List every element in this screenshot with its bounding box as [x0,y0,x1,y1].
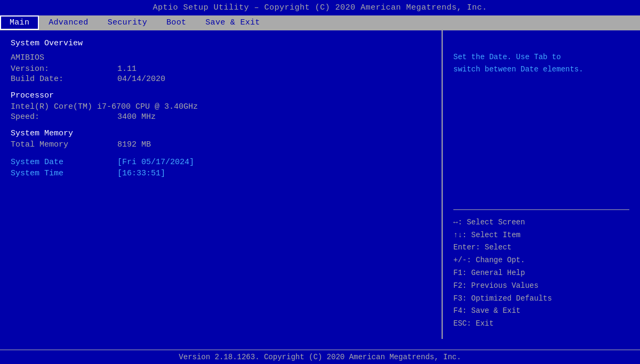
speed-label: Speed: [11,112,117,122]
bios-group: AMIBIOS Version: 1.11 Build Date: 04/14/… [11,53,431,84]
help-f2: F2: Previous Values [453,280,629,293]
bios-header: AMIBIOS [11,53,431,62]
version-row: Version: 1.11 [11,64,431,74]
help-esc: ESC: Exit [453,318,629,330]
nav-item-boot[interactable]: Boot [157,15,196,30]
nav-item-save-exit[interactable]: Save & Exit [196,15,269,30]
help-f3: F3: Optimized Defaults [453,293,629,305]
build-date-value: 04/14/2020 [117,75,165,84]
system-date-label: System Date [11,158,117,167]
memory-header: System Memory [11,129,431,138]
help-change-opt: +/-: Change Opt. [453,254,629,267]
help-select-item: ↑↓: Select Item [453,229,629,242]
title-bar: Aptio Setup Utility – Copyright (C) 2020… [0,0,640,15]
build-date-label: Build Date: [11,75,117,84]
build-date-row: Build Date: 04/14/2020 [11,75,431,84]
processor-name: Intel(R) Core(TM) i7-6700 CPU @ 3.40GHz [11,102,431,111]
nav-bar: Main Advanced Security Boot Save & Exit [0,15,640,30]
system-time-label: System Time [11,169,117,178]
help-f4: F4: Save & Exit [453,305,629,318]
title-text: Aptio Setup Utility – Copyright (C) 2020… [153,3,487,12]
memory-group: System Memory Total Memory 8192 MB [11,129,431,149]
processor-group: Processor Intel(R) Core(TM) i7-6700 CPU … [11,91,431,122]
system-time-value[interactable]: [16:33:51] [117,169,165,178]
right-panel: Set the Date. Use Tab to switch between … [443,30,640,339]
help-enter: Enter: Select [453,241,629,254]
total-memory-row: Total Memory 8192 MB [11,140,431,149]
speed-row: Speed: 3400 MHz [11,112,431,122]
main-content: System Overview AMIBIOS Version: 1.11 Bu… [0,30,640,339]
footer: Version 2.18.1263. Copyright (C) 2020 Am… [0,350,640,364]
footer-text: Version 2.18.1263. Copyright (C) 2020 Am… [179,353,461,361]
total-memory-value: 8192 MB [117,140,151,149]
version-label: Version: [11,64,117,74]
divider [453,209,629,210]
help-f1: F1: General Help [453,267,629,280]
system-date-row[interactable]: System Date [Fri 05/17/2024] [11,158,431,167]
datetime-group: System Date [Fri 05/17/2024] System Time… [11,158,431,178]
left-panel: System Overview AMIBIOS Version: 1.11 Bu… [0,30,443,339]
total-memory-label: Total Memory [11,140,117,149]
nav-item-security[interactable]: Security [98,15,157,30]
speed-value: 3400 MHz [117,112,156,122]
section-title: System Overview [11,39,431,48]
system-date-value[interactable]: [Fri 05/17/2024] [117,158,194,167]
nav-item-main[interactable]: Main [0,15,39,30]
nav-item-advanced[interactable]: Advanced [39,15,98,30]
hint-block: Set the Date. Use Tab to switch between … [453,39,629,76]
help-select-screen: ↔: Select Screen [453,216,629,229]
processor-header: Processor [11,91,431,100]
version-value: 1.11 [117,64,137,74]
system-time-row[interactable]: System Time [16:33:51] [11,169,431,178]
help-block: ↔: Select Screen ↑↓: Select Item Enter: … [453,216,629,330]
